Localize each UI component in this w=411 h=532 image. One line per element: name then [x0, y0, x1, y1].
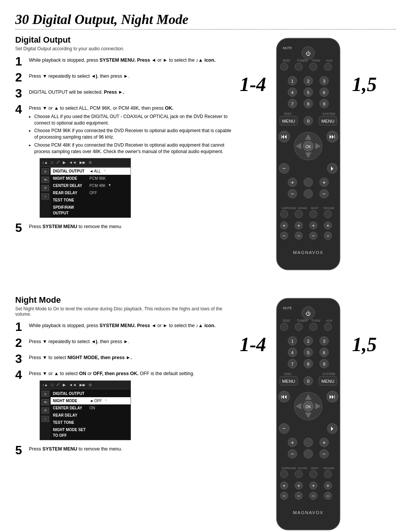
- nm-menu-icon-g: g: [41, 391, 49, 397]
- svg-text:+: +: [322, 179, 326, 185]
- svg-point-11: [324, 63, 332, 70]
- svg-text:+: +: [327, 483, 330, 489]
- nm-step-1-text: While playback is stopped, press SYSTEM …: [29, 321, 236, 329]
- svg-text:SOUND: SOUND: [298, 207, 307, 209]
- night-mode-content: Night Mode Set Night Mode to On to level…: [15, 295, 236, 532]
- digital-output-content: Digital Output Set Digital Output accord…: [15, 35, 236, 276]
- svg-text:OK: OK: [306, 145, 311, 149]
- svg-text:0: 0: [307, 118, 310, 123]
- nm-step-2-text: Press ▼ repeatedly to select ◄), then pr…: [29, 337, 236, 345]
- svg-text:−: −: [322, 190, 326, 197]
- svg-text:3: 3: [323, 78, 325, 83]
- svg-text:MUTE: MUTE: [283, 46, 292, 50]
- svg-point-70: [324, 210, 332, 218]
- step-2-text: Press ▼ repeatedly to select ◄), then pr…: [29, 71, 236, 80]
- svg-point-155: [280, 470, 288, 478]
- svg-text:3: 3: [323, 339, 325, 343]
- svg-text:RESUME: RESUME: [323, 467, 335, 470]
- svg-text:−: −: [312, 233, 315, 239]
- svg-point-10: [309, 63, 317, 70]
- nm-step-4-text: Press ▼ or ▲ to select ON or OFF, then p…: [29, 369, 236, 440]
- step-3: 3 DIGITAL OUTPUT will be selected. Press…: [15, 87, 236, 99]
- night-mode-remote-area: 1-4 ⏻ MUTE DISC TUNER TV/AV AUX 1 2 3: [244, 295, 373, 532]
- step-2-num: 2: [15, 71, 26, 83]
- digital-output-section: Digital Output Set Digital Output accord…: [15, 35, 396, 276]
- nm-step-1-num: 1: [15, 321, 26, 333]
- menu-row-night-mode: NIGHT MODE PCM 96K: [51, 175, 131, 182]
- menu-row-center-delay: CENTER DELAY PCM 48K ▼: [51, 182, 131, 189]
- nm-step-4-num: 4: [15, 369, 26, 381]
- step-1-num: 1: [15, 55, 26, 67]
- menu-icon-g: g: [41, 168, 49, 174]
- svg-point-148: [304, 449, 312, 458]
- svg-text:8: 8: [307, 101, 309, 106]
- step-3-num: 3: [15, 87, 26, 99]
- nm-menu-row-footer: NIGHT MODE SET TO OFF: [51, 426, 131, 439]
- remote-svg-1: ⏻ MUTE DISC TUNER TV/AV AUX 1 2 3 4: [270, 35, 346, 276]
- nm-step-5-num: 5: [15, 444, 26, 456]
- night-mode-desc: Set Night Mode to On to level the volume…: [15, 306, 236, 317]
- nm-step-3: 3 Press ▼ to select NIGHT MODE, then pre…: [15, 353, 236, 365]
- svg-text:⏻: ⏻: [306, 51, 311, 56]
- svg-point-68: [295, 210, 303, 218]
- svg-text:6: 6: [323, 350, 325, 355]
- svg-text:SOUND: SOUND: [298, 467, 307, 470]
- svg-text:−: −: [282, 425, 286, 431]
- svg-point-60: [304, 189, 312, 198]
- title-divider: [15, 29, 396, 30]
- menu-icon-sub: ⊟: [41, 185, 49, 191]
- svg-text:+: +: [312, 223, 315, 228]
- nm-step-2-num: 2: [15, 337, 26, 349]
- svg-text:MAGNAVOX: MAGNAVOX: [293, 510, 323, 515]
- menu-body: g ◄) ⊟ ⌂ DIGITAL OUTPUT ◄ ALL ▼: [40, 167, 131, 217]
- remote-svg-2: ⏻ MUTE DISC TUNER TV/AV AUX 1 2 3 4 5: [270, 295, 346, 532]
- nm-menu-top-bar: ♪▲□♪°▶◄◄▶▶⊙: [40, 381, 131, 389]
- svg-text:MENU: MENU: [282, 379, 295, 383]
- svg-text:−: −: [291, 190, 294, 197]
- svg-point-69: [309, 210, 317, 218]
- nm-step-3-text: Press ▼ to select NIGHT MODE, then press…: [29, 353, 236, 361]
- svg-text:8: 8: [307, 361, 309, 366]
- svg-point-99: [324, 323, 332, 331]
- svg-text:NIGHT: NIGHT: [311, 467, 319, 470]
- svg-text:⏻: ⏻: [306, 311, 311, 317]
- svg-text:RESUME: RESUME: [323, 207, 335, 209]
- svg-text:+: +: [283, 223, 286, 228]
- svg-text:MAGNAVOX: MAGNAVOX: [293, 250, 323, 255]
- svg-text:7: 7: [291, 101, 293, 106]
- badge-left-1: 1-4: [240, 73, 266, 96]
- svg-text:⏭: ⏭: [329, 133, 336, 140]
- step-2: 2 Press ▼ repeatedly to select ◄), then …: [15, 71, 236, 83]
- nm-menu-icon-sub: ⊟: [41, 407, 49, 414]
- nm-menu-rows: DIGITAL OUTPUT NIGHT MODE ◄ OFF ▼ CENTER…: [51, 389, 131, 440]
- svg-text:−: −: [297, 233, 300, 239]
- step-5-num: 5: [15, 222, 26, 234]
- badge-right-2: 1,5: [352, 333, 377, 356]
- badge-right-1: 1,5: [352, 73, 377, 96]
- step-1-text: While playback is stopped, press SYSTEM …: [29, 55, 236, 64]
- nm-menu-icon-sound: ◄): [41, 399, 49, 405]
- svg-text:⏵: ⏵: [330, 165, 335, 171]
- svg-point-97: [295, 323, 303, 331]
- svg-point-55: [304, 178, 312, 187]
- svg-text:⏵: ⏵: [330, 425, 335, 431]
- svg-text:MENU: MENU: [322, 118, 335, 123]
- svg-text:⏭: ⏭: [329, 393, 336, 400]
- page-title: 30 Digital Output, Night Mode: [15, 11, 396, 27]
- svg-text:+: +: [297, 483, 300, 489]
- badge-left-2: 1-4: [240, 333, 266, 356]
- nm-step-5: 5 Press SYSTEM MENU to remove the menu.: [15, 444, 236, 456]
- svg-text:TUNER: TUNER: [297, 59, 308, 62]
- svg-text:2: 2: [307, 339, 309, 343]
- menu-row-digital-output: DIGITAL OUTPUT ◄ ALL ▼: [51, 168, 131, 175]
- svg-text:⏮: ⏮: [281, 393, 287, 400]
- step-4-num: 4: [15, 103, 26, 115]
- svg-text:+: +: [283, 483, 286, 489]
- svg-text:−: −: [291, 451, 294, 457]
- svg-text:9: 9: [323, 361, 325, 366]
- step-1: 1 While playback is stopped, press SYSTE…: [15, 55, 236, 67]
- svg-point-156: [295, 470, 303, 478]
- nm-step-5-text: Press SYSTEM MENU to remove the menu.: [29, 444, 236, 453]
- svg-text:2: 2: [307, 78, 309, 83]
- nm-menu-left-icons: g ◄) ⊟ ⌂: [40, 389, 51, 440]
